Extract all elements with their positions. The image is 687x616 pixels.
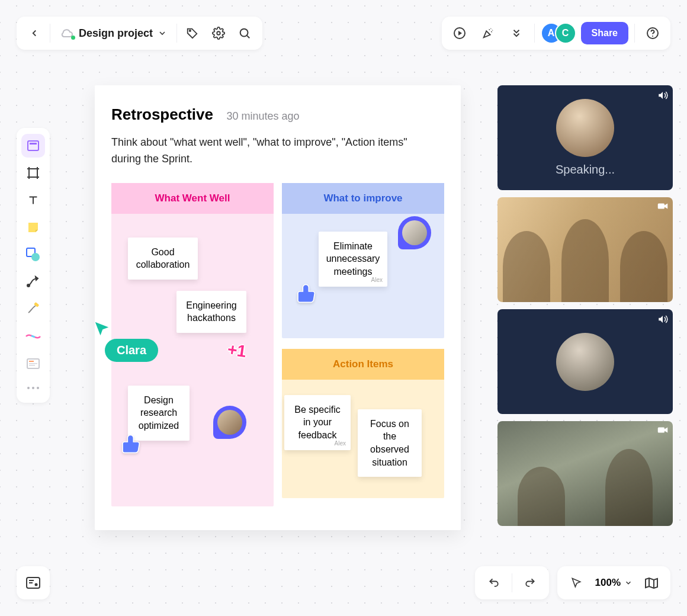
sticky-note[interactable]: Good collaboration — [128, 238, 198, 280]
svg-rect-8 — [28, 141, 38, 150]
column-action[interactable]: Action Items Be specific in your feedbac… — [282, 349, 444, 498]
svg-point-7 — [652, 36, 653, 37]
svg-marker-20 — [36, 277, 38, 280]
note-text: Focus on the observed situation — [370, 419, 409, 467]
svg-point-34 — [35, 583, 38, 586]
project-selector[interactable]: Design project — [54, 21, 173, 45]
tool-sticky[interactable] — [21, 216, 45, 239]
svg-rect-10 — [29, 169, 37, 177]
sticky-note[interactable]: Be specific in your feedback Alex — [284, 395, 351, 450]
separator — [512, 573, 512, 592]
expand-button[interactable] — [505, 21, 528, 45]
svg-rect-23 — [29, 361, 34, 362]
speaking-label: Speaking... — [556, 163, 615, 177]
redo-button[interactable] — [518, 571, 542, 595]
search-button[interactable] — [233, 21, 256, 45]
cursor-label: Clara — [105, 339, 158, 362]
column-header: What to improve — [282, 183, 444, 214]
share-button[interactable]: Share — [581, 22, 628, 44]
svg-point-26 — [27, 387, 30, 389]
note-text: Design research optimized — [139, 395, 179, 431]
tool-line[interactable] — [21, 270, 45, 294]
video-tile[interactable] — [497, 309, 673, 414]
undo-redo-box — [475, 566, 549, 599]
view-controls-box: 100% — [557, 566, 670, 599]
thumbs-up-icon[interactable] — [120, 433, 143, 457]
tool-templates[interactable] — [21, 134, 45, 158]
zoom-value: 100% — [595, 577, 621, 589]
retrospective-card[interactable]: Retrospective 30 minutes ago Think about… — [95, 85, 461, 530]
tool-shape[interactable] — [21, 243, 45, 267]
svg-rect-25 — [29, 365, 35, 366]
topbar-right: A C Share — [442, 17, 670, 50]
zoom-selector[interactable]: 100% — [593, 577, 635, 589]
minimap-button[interactable] — [17, 566, 50, 599]
confetti-button[interactable] — [476, 21, 500, 45]
tool-connector[interactable] — [21, 325, 45, 348]
avatar-stack[interactable]: A C — [541, 23, 576, 44]
svg-rect-31 — [658, 428, 664, 433]
user-avatar-badge — [213, 406, 246, 439]
column-improve[interactable]: What to improve Eliminate unnecessary me… — [282, 183, 444, 338]
note-text: Engineering hackathons — [186, 300, 236, 323]
play-button[interactable] — [448, 21, 471, 45]
chevron-down-icon — [158, 28, 167, 38]
note-text: Be specific in your feedback — [294, 405, 340, 440]
tool-more[interactable] — [21, 379, 45, 397]
video-tile[interactable] — [497, 197, 673, 302]
column-header: Action Items — [282, 349, 444, 380]
video-tile[interactable] — [497, 421, 673, 526]
project-name: Design project — [79, 27, 153, 40]
topbar-left: Design project — [17, 17, 262, 50]
plus-one-sticker[interactable]: +1 — [226, 340, 248, 361]
back-button[interactable] — [23, 21, 46, 45]
card-description: Think about "what went well", "what to i… — [111, 134, 413, 168]
tool-pen[interactable] — [21, 297, 45, 321]
video-tile[interactable]: Speaking... — [497, 85, 673, 190]
note-author: Alex — [371, 276, 383, 284]
svg-point-28 — [37, 387, 39, 389]
help-button[interactable] — [641, 21, 664, 45]
sticky-note[interactable]: Engineering hackathons — [176, 291, 246, 333]
thumbs-up-icon[interactable] — [295, 283, 319, 306]
svg-marker-5 — [458, 31, 462, 36]
svg-point-27 — [32, 387, 34, 389]
svg-marker-30 — [664, 204, 667, 209]
sticky-note[interactable]: Eliminate unnecessary meetings Alex — [319, 232, 387, 287]
separator — [176, 24, 177, 43]
tool-panel — [17, 128, 50, 403]
svg-rect-29 — [658, 204, 664, 209]
cloud-icon — [60, 27, 74, 39]
note-text: Eliminate unnecessary meetings — [326, 241, 380, 277]
svg-rect-24 — [29, 363, 37, 364]
camera-icon — [657, 426, 668, 434]
bottom-controls: 100% — [475, 566, 670, 599]
sticky-note[interactable]: Design research optimized — [128, 386, 190, 441]
tool-card[interactable] — [21, 352, 45, 376]
camera-icon — [657, 202, 668, 210]
avatar-c[interactable]: C — [555, 23, 576, 44]
separator — [534, 24, 535, 43]
participant-avatar — [556, 333, 614, 391]
svg-point-2 — [240, 29, 248, 37]
tool-text[interactable] — [21, 188, 45, 212]
pointer-button[interactable] — [564, 571, 588, 595]
separator — [50, 24, 50, 43]
speaker-icon — [657, 90, 668, 101]
map-button[interactable] — [640, 571, 663, 595]
user-avatar-badge — [398, 216, 431, 249]
card-timestamp: 30 minutes ago — [226, 110, 299, 122]
note-author: Alex — [335, 439, 346, 448]
settings-button[interactable] — [207, 21, 230, 45]
cursor-icon — [93, 320, 158, 338]
svg-point-0 — [190, 30, 191, 31]
sticky-note[interactable]: Focus on the observed situation — [358, 409, 422, 477]
note-text: Good collaboration — [136, 247, 190, 270]
tag-button[interactable] — [181, 21, 204, 45]
tool-frame[interactable] — [21, 161, 45, 185]
svg-point-1 — [217, 31, 220, 35]
svg-point-19 — [27, 284, 30, 287]
svg-line-3 — [247, 36, 249, 38]
undo-button[interactable] — [482, 571, 506, 595]
svg-point-18 — [31, 253, 40, 261]
